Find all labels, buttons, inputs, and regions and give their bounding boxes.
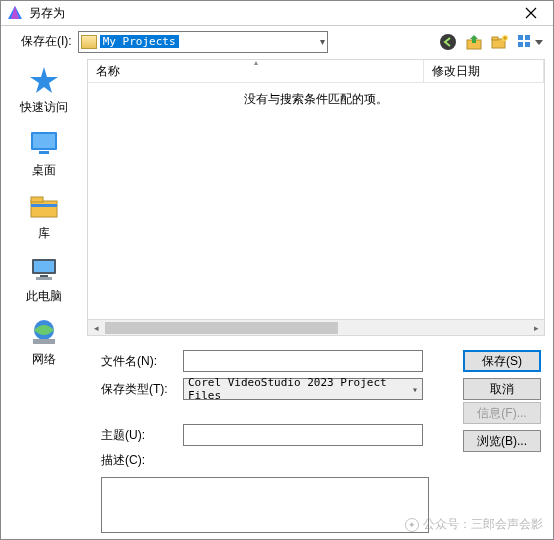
save-in-label: 保存在(I): [9, 33, 72, 50]
sidebar-item-label: 快速访问 [20, 99, 68, 116]
scroll-left-icon[interactable]: ◂ [88, 321, 104, 335]
view-menu-icon [517, 33, 545, 51]
svg-rect-14 [39, 151, 49, 154]
subject-input[interactable] [183, 424, 423, 446]
desktop-icon [27, 128, 61, 158]
sort-indicator-icon: ▴ [254, 58, 258, 67]
quick-access-icon [27, 65, 61, 95]
close-icon [525, 7, 537, 19]
new-folder-button[interactable] [491, 33, 509, 51]
svg-rect-19 [34, 261, 54, 272]
close-button[interactable] [511, 1, 551, 25]
scroll-track[interactable] [104, 321, 528, 335]
places-sidebar: 快速访问 桌面 库 此电脑 [1, 57, 87, 336]
folder-icon [81, 35, 97, 49]
filetype-label: 保存类型(T): [101, 381, 177, 398]
sidebar-item-label: 桌面 [32, 162, 56, 179]
sidebar-item-libraries[interactable]: 库 [9, 187, 79, 246]
sidebar-item-label: 此电脑 [26, 288, 62, 305]
back-button[interactable] [439, 33, 457, 51]
back-icon [439, 33, 457, 51]
up-icon [465, 33, 483, 51]
sidebar-item-desktop[interactable]: 桌面 [9, 124, 79, 183]
file-list: 名称 ▴ 修改日期 没有与搜索条件匹配的项。 ◂ ▸ [87, 59, 545, 336]
list-header: 名称 ▴ 修改日期 [87, 59, 545, 83]
save-in-value: My Projects [100, 35, 179, 48]
svg-rect-21 [36, 277, 52, 280]
window-title: 另存为 [29, 5, 65, 22]
sidebar-item-label: 库 [38, 225, 50, 242]
empty-message: 没有与搜索条件匹配的项。 [88, 83, 544, 116]
column-header-name[interactable]: 名称 ▴ [88, 60, 424, 82]
save-in-combo[interactable]: My Projects ▾ [78, 31, 328, 53]
sidebar-item-this-pc[interactable]: 此电脑 [9, 250, 79, 309]
svg-rect-8 [525, 35, 530, 40]
filename-label: 文件名(N): [101, 353, 177, 370]
libraries-icon [27, 191, 61, 221]
svg-rect-17 [31, 204, 57, 207]
this-pc-icon [27, 254, 61, 284]
filetype-value: Corel VideoStudio 2023 Project Files [188, 376, 404, 402]
horizontal-scrollbar[interactable]: ◂ ▸ [87, 320, 545, 336]
svg-rect-7 [518, 35, 523, 40]
column-header-label: 名称 [96, 63, 120, 80]
description-textarea[interactable] [101, 477, 429, 533]
column-header-label: 修改日期 [432, 63, 480, 80]
svg-rect-10 [525, 42, 530, 47]
chevron-down-icon: ▾ [412, 384, 418, 395]
chevron-down-icon: ▾ [320, 36, 325, 47]
svg-rect-13 [33, 134, 55, 148]
info-button: 信息(F)... [463, 402, 541, 424]
app-icon [7, 5, 23, 21]
filename-input[interactable] [183, 350, 423, 372]
svg-marker-11 [30, 67, 58, 93]
svg-point-2 [440, 34, 456, 50]
scroll-right-icon[interactable]: ▸ [528, 321, 544, 335]
subject-label: 主题(U): [101, 427, 177, 444]
svg-rect-15 [31, 201, 57, 217]
view-menu-button[interactable] [517, 33, 545, 51]
browse-button[interactable]: 浏览(B)... [463, 430, 541, 452]
filetype-combo[interactable]: Corel VideoStudio 2023 Project Files ▾ [183, 378, 423, 400]
description-label: 描述(C): [101, 450, 177, 469]
scroll-thumb[interactable] [105, 322, 338, 334]
sidebar-item-quick-access[interactable]: 快速访问 [9, 61, 79, 120]
up-one-level-button[interactable] [465, 33, 483, 51]
cancel-button[interactable]: 取消 [463, 378, 541, 400]
save-as-dialog: 另存为 保存在(I): My Projects ▾ [0, 0, 554, 540]
svg-rect-16 [31, 197, 43, 202]
column-header-date[interactable]: 修改日期 [424, 60, 544, 82]
svg-rect-9 [518, 42, 523, 47]
save-button[interactable]: 保存(S) [463, 350, 541, 372]
titlebar: 另存为 [1, 1, 553, 26]
svg-rect-5 [492, 37, 498, 40]
form-area: 文件名(N): 保存类型(T): Corel VideoStudio 2023 … [1, 336, 553, 539]
svg-rect-20 [40, 275, 48, 277]
list-body[interactable]: 没有与搜索条件匹配的项。 [87, 83, 545, 320]
new-folder-icon [491, 33, 509, 51]
save-in-toolbar: 保存在(I): My Projects ▾ [1, 26, 553, 57]
